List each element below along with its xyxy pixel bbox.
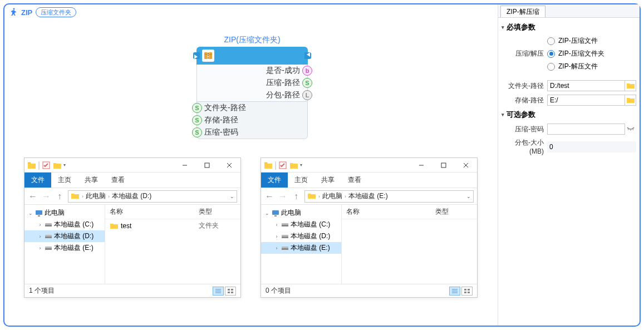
folder-icon (71, 192, 80, 201)
folder-icon[interactable] (289, 160, 299, 170)
bool-pin-icon[interactable]: b (302, 66, 312, 76)
chevron-right-icon[interactable]: › (318, 194, 320, 199)
tree-item-pc[interactable]: ⌄ 此电脑 (261, 207, 341, 219)
browse-folder-icon[interactable] (625, 95, 636, 106)
column-type[interactable]: 类型 (435, 207, 449, 216)
tab-file[interactable]: 文件 (24, 173, 51, 188)
exec-in-port[interactable] (193, 52, 200, 59)
file-list: 名称 类型 (342, 205, 477, 284)
chevron-down-icon[interactable]: ⌄ (28, 210, 33, 216)
radio-button[interactable] (547, 37, 555, 45)
optional-header[interactable]: ▾可选参数 (502, 107, 636, 122)
chevron-down-icon[interactable]: ⌄ (466, 194, 471, 199)
forward-button[interactable]: → (41, 191, 51, 201)
split-input[interactable]: 0 (547, 141, 636, 152)
folder-icon[interactable] (52, 160, 62, 170)
details-view-icon[interactable] (213, 287, 224, 295)
chevron-right-icon[interactable]: › (37, 245, 43, 251)
address-bar[interactable]: › 此电脑 › 本地磁盘 (E:) ⌄ (304, 190, 474, 203)
radio-button[interactable] (547, 63, 555, 71)
titlebar[interactable]: | ▾ (24, 158, 240, 173)
string-pin-icon[interactable]: S (192, 115, 202, 125)
tree-item-drive[interactable]: ›本地磁盘 (E:) (24, 242, 105, 254)
minimize-button[interactable] (410, 158, 432, 173)
tab-share[interactable]: 共享 (314, 173, 341, 188)
chevron-right-icon[interactable]: › (274, 222, 279, 228)
radio-button[interactable] (547, 50, 555, 58)
input-save: S 存储-路径 (197, 114, 307, 126)
icons-view-icon[interactable] (225, 287, 236, 295)
forward-button[interactable]: → (278, 191, 288, 201)
details-view-icon[interactable] (449, 287, 460, 295)
split-label: 分包-大小(MB) (502, 138, 547, 155)
explorer-window-e: | ▾ 文件 主页 共享 查看 ← → ↑ (260, 157, 478, 298)
string-pin-icon[interactable]: S (192, 127, 202, 137)
qat-dropdown-icon[interactable]: ▾ (300, 162, 302, 168)
qat-dropdown-icon[interactable]: ▾ (63, 162, 66, 168)
breadcrumb[interactable]: 此电脑 (322, 191, 342, 201)
nav-tree: ⌄ 此电脑 ›本地磁盘 (C:) ›本地磁盘 (D:) ›本地磁盘 (E:) (261, 205, 342, 284)
tab-share[interactable]: 共享 (78, 173, 105, 188)
tree-item-pc[interactable]: ⌄ 此电脑 (24, 207, 105, 219)
status-bar: 1 个项目 (24, 284, 240, 297)
close-button[interactable] (455, 158, 477, 173)
exec-out-port[interactable] (304, 52, 311, 59)
breadcrumb[interactable]: 此电脑 (86, 191, 106, 201)
chevron-right-icon[interactable]: › (345, 194, 346, 199)
save-path-input[interactable]: E:/ (547, 95, 625, 106)
password-input[interactable] (547, 124, 625, 135)
tab-home[interactable]: 主页 (51, 173, 78, 188)
chevron-right-icon[interactable]: › (82, 194, 83, 199)
chevron-down-icon[interactable]: ⌄ (230, 194, 234, 199)
maximize-button[interactable] (432, 158, 455, 173)
tab-view[interactable]: 查看 (341, 173, 368, 188)
column-type[interactable]: 类型 (199, 207, 212, 216)
chevron-right-icon[interactable]: › (108, 194, 110, 199)
chevron-right-icon[interactable]: › (274, 245, 279, 251)
list-item[interactable]: test 文件夹 (105, 219, 240, 232)
close-button[interactable] (218, 158, 240, 173)
string-pin-icon[interactable]: S (302, 78, 312, 88)
node-header[interactable] (196, 47, 308, 65)
tab-view[interactable]: 查看 (105, 173, 131, 188)
back-button[interactable]: ← (264, 191, 274, 201)
required-header[interactable]: ▾必填参数 (502, 20, 636, 35)
string-pin-icon[interactable]: S (192, 103, 202, 113)
titlebar[interactable]: | ▾ (261, 158, 477, 173)
properties-icon[interactable] (278, 160, 288, 170)
tree-item-drive[interactable]: ›本地磁盘 (C:) (24, 219, 105, 230)
tree-item-drive[interactable]: ›本地磁盘 (E:) (261, 242, 341, 254)
properties-icon[interactable] (41, 160, 51, 170)
tree-item-drive[interactable]: ›本地磁盘 (D:) (24, 230, 105, 242)
icons-view-icon[interactable] (461, 287, 473, 295)
minimize-button[interactable] (174, 158, 196, 173)
chevron-right-icon[interactable]: › (274, 234, 279, 239)
zip-node[interactable]: ZIP(压缩文件夹) 是否-成功 b 压缩-路径 S 分包-路径 (196, 35, 308, 139)
tab-zip-extract[interactable]: ZIP-解压缩 (500, 6, 545, 17)
tab-file[interactable]: 文件 (261, 173, 288, 188)
svg-rect-25 (228, 292, 230, 293)
back-button[interactable]: ← (28, 191, 38, 201)
chevron-right-icon[interactable]: › (37, 234, 43, 239)
chevron-down-icon[interactable]: ⌄ (264, 210, 270, 216)
eye-hidden-icon[interactable] (625, 124, 636, 135)
up-button[interactable]: ↑ (55, 191, 65, 201)
column-headers[interactable]: 名称 类型 (342, 205, 477, 219)
address-bar[interactable]: › 此电脑 › 本地磁盘 (D:) ⌄ (68, 190, 237, 203)
up-button[interactable]: ↑ (291, 191, 301, 201)
browse-folder-icon[interactable] (625, 80, 636, 91)
list-pin-icon[interactable]: L (302, 90, 312, 100)
tree-item-drive[interactable]: ›本地磁盘 (C:) (261, 219, 341, 230)
column-headers[interactable]: 名称 类型 (105, 205, 240, 219)
folder-path-input[interactable]: D:/test (547, 80, 625, 91)
column-name[interactable]: 名称 (346, 207, 435, 216)
breadcrumb[interactable]: 本地磁盘 (D:) (112, 191, 151, 201)
chevron-right-icon[interactable]: › (37, 222, 43, 228)
save-path-label: 存储-路径 (502, 96, 547, 105)
column-name[interactable]: 名称 (110, 207, 199, 216)
app-frame: ZIP 压缩文件夹 ZIP(压缩文件夹) 是否-成功 b 压缩-路径 S (3, 3, 641, 327)
maximize-button[interactable] (196, 158, 218, 173)
breadcrumb[interactable]: 本地磁盘 (E:) (348, 191, 388, 201)
tab-home[interactable]: 主页 (288, 173, 314, 188)
tree-item-drive[interactable]: ›本地磁盘 (D:) (261, 230, 341, 242)
